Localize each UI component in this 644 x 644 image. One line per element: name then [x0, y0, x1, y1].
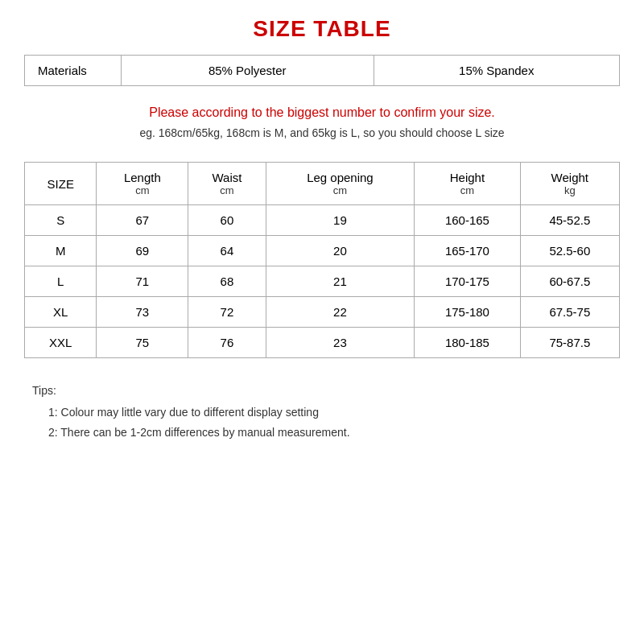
cell-size: XXL: [25, 328, 97, 358]
page-title: SIZE TABLE: [24, 16, 620, 42]
cell-waist: 76: [188, 328, 266, 358]
tips-section: Tips: 1: Colour may little vary due to d…: [32, 381, 620, 444]
cell-length: 67: [97, 205, 188, 236]
cell-legopening: 23: [266, 328, 415, 358]
cell-legopening: 21: [266, 266, 415, 297]
list-item: 1: Colour may little vary due to differe…: [32, 402, 620, 423]
cell-size: S: [25, 205, 97, 236]
cell-size: L: [25, 266, 97, 297]
cell-weight: 45-52.5: [520, 205, 619, 236]
size-table: SIZELengthcmWaistcmLeg openingcmHeightcm…: [24, 162, 620, 358]
cell-weight: 75-87.5: [520, 328, 619, 358]
col-header-weight: Weightkg: [520, 163, 619, 205]
tips-list: 1: Colour may little vary due to differe…: [32, 402, 620, 443]
cell-length: 71: [97, 266, 188, 297]
table-row: S676019160-16545-52.5: [25, 205, 620, 236]
tips-title: Tips:: [32, 381, 620, 401]
cell-size: XL: [25, 297, 97, 328]
cell-size: M: [25, 236, 97, 266]
cell-height: 180-185: [415, 328, 520, 358]
cell-height: 170-175: [415, 266, 520, 297]
cell-height: 175-180: [415, 297, 520, 328]
cell-waist: 68: [188, 266, 266, 297]
col-header-waist: Waistcm: [188, 163, 266, 205]
materials-table: Materials 85% Polyester 15% Spandex: [24, 55, 620, 86]
cell-legopening: 19: [266, 205, 415, 236]
size-table-header-row: SIZELengthcmWaistcmLeg openingcmHeightcm…: [25, 163, 620, 205]
cell-waist: 64: [188, 236, 266, 266]
cell-legopening: 22: [266, 297, 415, 328]
cell-waist: 72: [188, 297, 266, 328]
notice-example: eg. 168cm/65kg, 168cm is M, and 65kg is …: [24, 126, 620, 139]
cell-height: 165-170: [415, 236, 520, 266]
cell-length: 75: [97, 328, 188, 358]
notice-main: Please according to the biggest number t…: [24, 105, 620, 120]
cell-height: 160-165: [415, 205, 520, 236]
list-item: 2: There can be 1-2cm differences by man…: [32, 423, 620, 443]
table-row: M696420165-17052.5-60: [25, 236, 620, 266]
cell-weight: 67.5-75: [520, 297, 619, 328]
cell-waist: 60: [188, 205, 266, 236]
materials-label: Materials: [25, 56, 122, 86]
col-header-leg-opening: Leg openingcm: [266, 163, 415, 205]
materials-col2: 15% Spandex: [374, 56, 620, 86]
cell-length: 73: [97, 297, 188, 328]
cell-weight: 60-67.5: [520, 266, 619, 297]
col-header-length: Lengthcm: [97, 163, 188, 205]
cell-length: 69: [97, 236, 188, 266]
table-row: XXL757623180-18575-87.5: [25, 328, 620, 358]
cell-weight: 52.5-60: [520, 236, 619, 266]
col-header-height: Heightcm: [415, 163, 520, 205]
table-row: L716821170-17560-67.5: [25, 266, 620, 297]
cell-legopening: 20: [266, 236, 415, 266]
table-row: XL737222175-18067.5-75: [25, 297, 620, 328]
materials-col1: 85% Polyester: [122, 56, 374, 86]
col-header-size: SIZE: [25, 163, 97, 205]
